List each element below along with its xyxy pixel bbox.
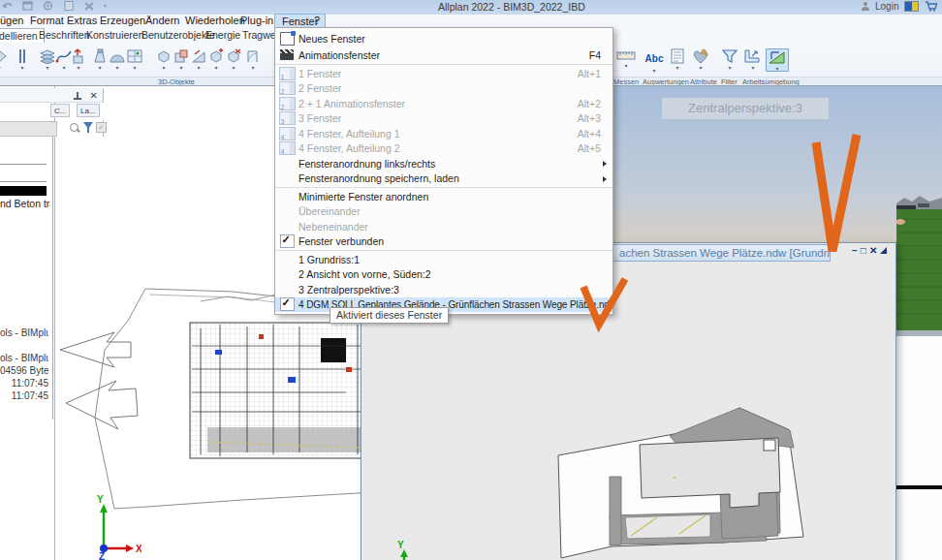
menu-item-format[interactable]: Format	[28, 15, 66, 27]
svg-text:X: X	[136, 544, 141, 554]
mesh-tool-icon[interactable]: ▾	[124, 48, 145, 70]
animation-window-icon	[280, 49, 294, 60]
messen-tool-icon[interactable]: ▾	[615, 48, 637, 68]
check-icon	[280, 234, 295, 248]
user-icon	[861, 2, 869, 11]
menu-item-animationsfenster[interactable]: Animationsfenster F4	[275, 47, 612, 63]
menu-separator	[275, 250, 612, 251]
arbeitsumgebung-active-icon[interactable]: ▾	[766, 48, 789, 72]
layout-2-icon: 2	[279, 81, 296, 95]
menu-item-wiederholen[interactable]: Wiederholen	[183, 15, 247, 27]
check-icon	[280, 297, 295, 311]
viewport-name-overlay: Zentralperspektive:3	[662, 98, 829, 119]
menu-item-help[interactable]: ?	[312, 15, 322, 27]
palette-pin-icon[interactable]	[74, 92, 81, 100]
svg-text:Y: Y	[397, 540, 404, 550]
detail-text: 11:07:45	[0, 390, 48, 401]
attribute-tool-icon[interactable]: ▾	[690, 48, 711, 70]
palette-search-icon[interactable]	[70, 123, 78, 132]
menu-item-minimierte-fenster[interactable]: Minimierte Fenster anordnen	[275, 189, 612, 204]
menu-item-extras[interactable]: Extras	[65, 15, 99, 27]
filter-tool-icon[interactable]: ▾	[719, 48, 740, 70]
menu-item-erzeugen[interactable]: Erzeugen	[98, 15, 147, 27]
palette-filter-icon[interactable]	[83, 122, 93, 129]
fenster-dropdown-menu: Neues Fenster Animationsfenster F4 1 1 F…	[274, 27, 613, 315]
palette-close-icon[interactable]: ✕	[90, 89, 98, 102]
menu-item-fensteranordnung-sl[interactable]: Fensteranordnung speichern, laden	[275, 171, 612, 187]
layout-3-icon: 3	[279, 111, 296, 125]
menu-item-window-3-zentralperspektive[interactable]: 3 Zentralperspektive:3	[275, 282, 612, 297]
selected-list-bar[interactable]	[0, 186, 47, 196]
menu-item-fensteranordnung-lr[interactable]: Fensteranordnung links/rechts	[275, 156, 612, 171]
menu-item-4-fenster-1[interactable]: 4 4 Fenster, Aufteilung 1 Alt+4	[275, 126, 612, 141]
auswertungen-abc-icon[interactable]: Abc▾	[642, 48, 667, 73]
ucs-axis-dgm: Y X Z	[390, 539, 442, 560]
menu-item-uebereinander[interactable]: Übereinander	[275, 204, 612, 220]
shop-cart-icon[interactable]	[925, 1, 938, 12]
globe-tool-icon[interactable]	[43, 1, 54, 11]
tab-konstruieren[interactable]: Konstruieren	[86, 29, 144, 42]
menu-bar: ügen Format Extras Erzeugen Ändern Wiede…	[0, 15, 942, 28]
menu-item-4-fenster-2[interactable]: 4 4 Fenster, Aufteilung 2 Alt+5	[275, 141, 612, 157]
layout-4b-icon: 4	[279, 141, 296, 155]
title-bar: ▾ Allplan 2022 - BIM3D_2022_IBD Login	[0, 0, 942, 15]
parallel-lines-tool-icon[interactable]: ▾	[12, 48, 33, 70]
menu-item-fenster-verbunden[interactable]: Fenster verbunden	[275, 234, 612, 250]
terrain-3d-view	[896, 190, 942, 335]
layout-4-icon: 4	[279, 127, 296, 140]
menu-item-window-2-ansicht[interactable]: 2 Ansicht von vorne, Süden:2	[275, 267, 612, 283]
tab-energie[interactable]: Energie	[205, 29, 240, 42]
tab-beschriften[interactable]: Beschriften	[39, 29, 90, 42]
menu-item-einfuegen[interactable]: ügen	[0, 15, 25, 27]
new-window-icon	[280, 32, 295, 46]
clipped-tool-icon[interactable]: ▾	[0, 48, 10, 70]
extrude-tool-icon[interactable]: ▾	[68, 48, 89, 70]
palette-checkbox[interactable]: ✓	[96, 122, 107, 133]
layout-2-1-icon: 2	[279, 97, 296, 110]
arbeitsumgebung-ruler-icon[interactable]: ▾	[742, 48, 764, 70]
list-divider	[0, 181, 47, 182]
detail-text: 11:07:45	[0, 378, 48, 389]
quick-access-toolbar[interactable]: ▾	[2, 1, 107, 11]
menu-item-aendern[interactable]: Ändern	[143, 15, 181, 27]
palette-filter-row: ✓	[0, 120, 104, 137]
login-area[interactable]: Login	[861, 1, 938, 12]
detail-text: ols - BIMplus	[0, 353, 48, 363]
layout-1-icon: 1	[279, 67, 296, 80]
menu-item-3-fenster[interactable]: 3 3 Fenster Alt+3	[275, 111, 612, 127]
menu-item-neues-fenster[interactable]: Neues Fenster	[275, 30, 612, 47]
ucs-axis-grundriss: Y X Z	[89, 493, 141, 560]
document-tool-icon[interactable]	[63, 1, 75, 11]
tab-benutzerobjekte[interactable]: Benutzerobjekte	[141, 29, 215, 42]
menu-item-1-fenster[interactable]: 1 1 Fenster Alt+1	[275, 66, 612, 81]
menu-separator	[275, 187, 612, 188]
svg-text:Y: Y	[97, 494, 104, 505]
delete-solid-tool-icon[interactable]: ▾	[223, 48, 244, 70]
tools-icon[interactable]	[83, 1, 95, 11]
report-document-icon[interactable]: ▾	[667, 48, 688, 70]
qat-overflow-caret[interactable]: ▾	[104, 3, 107, 9]
bimplus-icon[interactable]	[904, 1, 919, 12]
menu-item-plugin[interactable]: Plug-in	[238, 15, 275, 27]
palette-tab-c[interactable]: C...	[50, 104, 70, 117]
undo-icon[interactable]	[2, 1, 14, 11]
allplan-application-window: ▾ Allplan 2022 - BIM3D_2022_IBD Login üg…	[0, 0, 942, 560]
palette-object-list[interactable]: nd Beton trag ols - BIMplus ols - BIMplu…	[0, 137, 53, 420]
palette-tab-la[interactable]: La...	[77, 104, 100, 117]
detail-text: 04596 Bytes)	[0, 365, 48, 376]
menu-item-window-1-grundriss[interactable]: 1 Grundriss:1	[275, 252, 612, 267]
svg-text:Z: Z	[99, 551, 105, 560]
detail-text: ols - BIMplus	[0, 327, 48, 338]
submenu-arrow-icon	[603, 176, 607, 182]
palette-disabled-combo	[0, 121, 57, 137]
menu-item-nebeneinander[interactable]: Nebeneinander	[275, 219, 612, 234]
menu-separator	[275, 64, 612, 65]
list-item-label[interactable]: nd Beton trag	[0, 198, 50, 209]
tooltip: Aktiviert dieses Fenster	[330, 307, 449, 324]
menu-item-2-fenster[interactable]: 2 2 Fenster	[275, 81, 612, 97]
door-tool-icon[interactable]: ▾	[242, 48, 264, 70]
palette-header: ✕	[0, 88, 104, 103]
menu-item-2-1-animationsfenster[interactable]: 2 2 + 1 Animationsfenster Alt+2	[275, 96, 612, 111]
window-tool-icon[interactable]	[22, 1, 34, 11]
login-label[interactable]: Login	[875, 1, 898, 12]
